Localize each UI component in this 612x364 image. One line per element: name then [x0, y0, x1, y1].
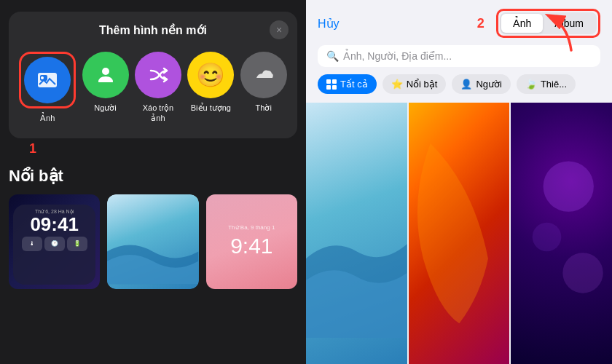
anh-label: Ảnh [40, 113, 55, 123]
filter-tat-ca[interactable]: Tất cả [318, 74, 377, 94]
bieu-tuong-icon-circle: 😊 [187, 52, 234, 98]
photo-grid [306, 103, 612, 364]
photo-dark-bokeh[interactable] [511, 103, 612, 364]
pink-time: 9:41 [230, 234, 272, 258]
photo-col-2 [409, 103, 510, 364]
search-placeholder: Ảnh, Người, Địa điểm... [343, 50, 452, 62]
nguoi-icon-circle [82, 52, 129, 98]
photo-col-1 [306, 103, 407, 364]
icon-item-anh[interactable]: Ảnh [19, 52, 76, 124]
filter-nguoi-label: Người [476, 79, 502, 90]
photo-orange-red[interactable] [409, 103, 510, 364]
bieu-tuong-label: Biểu tượng [191, 103, 231, 113]
svg-rect-7 [326, 85, 331, 90]
dark-widgets: 🌡 🕐 🔋 [22, 237, 87, 251]
filter-row: Tất cả ⭐ Nổi bật 👤 Người 🍃 Thiê... [318, 74, 600, 97]
filter-nguoi[interactable]: 👤 Người [452, 74, 511, 94]
dark-time: 09:41 [30, 215, 79, 234]
wallpaper-blue-wave[interactable] [107, 194, 198, 289]
photo-col-3 [511, 103, 612, 364]
filter-noi-bat[interactable]: ⭐ Nổi bật [382, 74, 447, 94]
noibat-section: Nổi bật Thứ 6, 28 Hà Nội 09:41 🌡 🕐 🔋 [9, 167, 297, 289]
wallpaper-row: Thứ 6, 28 Hà Nội 09:41 🌡 🕐 🔋 [9, 194, 297, 289]
svg-point-9 [544, 161, 594, 211]
modal-close-button[interactable]: × [270, 20, 289, 39]
wallpaper-pink[interactable]: Thứ Ba, 9 tháng 1 9:41 [206, 194, 297, 289]
icon-row: Ảnh Người [17, 52, 289, 124]
photo-blue-wave[interactable] [306, 103, 407, 364]
step1-label: 1 [29, 141, 36, 156]
filter-thien[interactable]: 🍃 Thiê... [517, 74, 576, 94]
filter-noi-bat-label: Nổi bật [407, 79, 438, 90]
svg-point-10 [533, 223, 562, 252]
icon-item-bieu-tuong[interactable]: 😊 Biểu tượng [187, 52, 234, 124]
right-header: Hủy 2 Ảnh Album [306, 0, 612, 103]
star-icon: ⭐ [391, 79, 403, 90]
xao-tron-label: Xáo trộnảnh [143, 103, 173, 124]
search-icon: 🔍 [326, 50, 339, 62]
step2-label: 2 [477, 16, 484, 31]
filter-tat-ca-label: Tất cả [340, 79, 368, 90]
svg-point-3 [102, 68, 109, 75]
thoi-label: Thời [256, 103, 272, 113]
pink-date: Thứ Ba, 9 tháng 1 [228, 224, 275, 231]
xao-tron-icon-circle [135, 52, 181, 98]
cancel-button[interactable]: Hủy [318, 17, 340, 31]
right-panel: Hủy 2 Ảnh Album [306, 0, 612, 364]
svg-point-11 [563, 253, 603, 293]
icon-item-xao-tron[interactable]: Xáo trộnảnh [135, 52, 181, 124]
icon-item-thoi[interactable]: Thời [240, 52, 287, 124]
noibat-title: Nổi bật [9, 167, 297, 186]
filter-thien-label: Thiê... [541, 79, 567, 90]
svg-rect-8 [332, 85, 337, 90]
left-panel: Thêm hình nền mới × Ảnh [0, 0, 306, 364]
svg-rect-5 [326, 79, 331, 84]
add-wallpaper-modal: Thêm hình nền mới × Ảnh [9, 12, 297, 138]
svg-rect-6 [332, 79, 337, 84]
thoi-icon-circle [240, 52, 287, 98]
svg-point-2 [41, 76, 44, 79]
person-icon: 👤 [460, 79, 472, 90]
nguoi-label: Người [94, 103, 117, 113]
leaf-icon: 🍃 [525, 79, 537, 90]
anh-icon-circle [24, 57, 71, 103]
phone-screen-dark: Thứ 6, 28 Hà Nội 09:41 🌡 🕐 🔋 [13, 205, 95, 285]
modal-title: Thêm hình nền mới [17, 23, 289, 37]
wallpaper-dark[interactable]: Thứ 6, 28 Hà Nội 09:41 🌡 🕐 🔋 [9, 194, 100, 289]
icon-item-nguoi[interactable]: Người [82, 52, 129, 124]
